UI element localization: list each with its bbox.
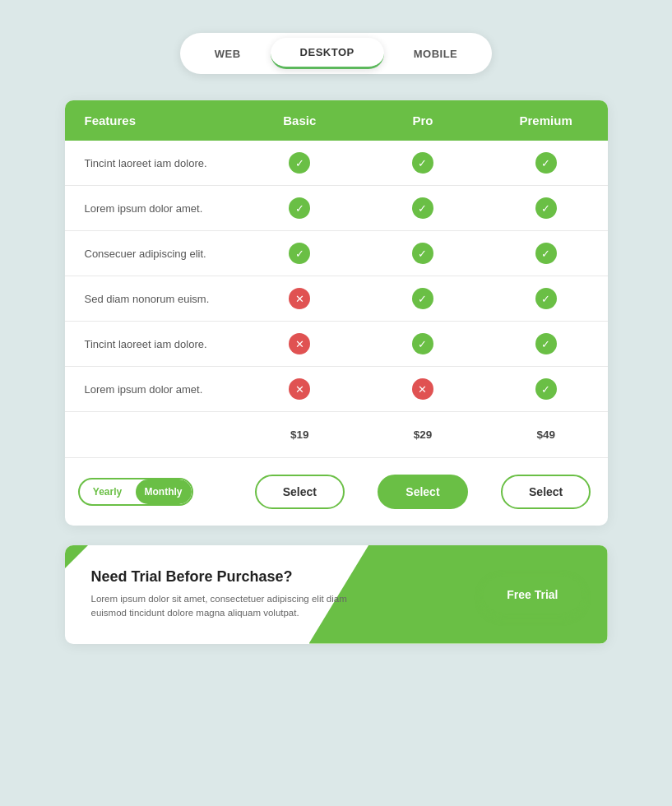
tab-desktop[interactable]: DESKTOP bbox=[271, 38, 384, 69]
col-header-pro: Pro bbox=[361, 100, 484, 141]
check-icon: ✓ bbox=[412, 288, 433, 309]
col-header-basic: Basic bbox=[238, 100, 361, 141]
check-icon: ✓ bbox=[412, 243, 433, 264]
pro-select-cell: Select bbox=[361, 458, 484, 526]
trial-banner-desc: Lorem ipsum dolor sit amet, consectetuer… bbox=[91, 592, 361, 621]
price-row-empty bbox=[65, 412, 239, 458]
basic-cell-4: ✕ bbox=[238, 322, 361, 367]
basic-cell-1: ✓ bbox=[238, 186, 361, 231]
table-row: Consecuer adipiscing elit.✓✓✓ bbox=[65, 231, 608, 276]
basic-cell-5: ✕ bbox=[238, 367, 361, 412]
corner-accent bbox=[65, 545, 88, 568]
pro-cell-5: ✕ bbox=[361, 367, 484, 412]
trial-banner-right: Free Trial bbox=[484, 577, 581, 613]
billing-toggle: YearlyMonthly bbox=[78, 478, 193, 506]
trial-banner: Need Trial Before Purchase? Lorem ipsum … bbox=[65, 545, 608, 644]
table-row: Lorem ipsum dolor amet.✓✓✓ bbox=[65, 186, 608, 231]
table-header-row: Features Basic Pro Premium bbox=[65, 100, 608, 141]
premium-cell-0: ✓ bbox=[484, 141, 608, 186]
col-header-features: Features bbox=[65, 100, 239, 141]
table-row: Tincint laoreet iam dolore.✕✓✓ bbox=[65, 322, 608, 367]
pricing-container: Features Basic Pro Premium Tincint laore… bbox=[65, 100, 608, 526]
check-icon: ✓ bbox=[412, 152, 433, 174]
basic-price: $19 bbox=[238, 412, 361, 458]
cross-icon: ✕ bbox=[289, 333, 310, 354]
pricing-table: Features Basic Pro Premium Tincint laore… bbox=[65, 100, 608, 526]
premium-cell-5: ✓ bbox=[484, 367, 608, 412]
toggle-yearly[interactable]: Yearly bbox=[80, 479, 136, 504]
pro-select-button[interactable]: Select bbox=[378, 475, 467, 509]
feature-cell: Lorem ipsum dolor amet. bbox=[65, 186, 239, 231]
pro-cell-3: ✓ bbox=[361, 276, 484, 322]
trial-banner-title: Need Trial Before Purchase? bbox=[91, 568, 361, 586]
check-icon: ✓ bbox=[289, 152, 310, 174]
table-row: Tincint laoreet iam dolore.✓✓✓ bbox=[65, 141, 608, 186]
premium-cell-4: ✓ bbox=[484, 322, 608, 367]
tab-switcher: WEB DESKTOP MOBILE bbox=[180, 33, 493, 74]
basic-cell-3: ✕ bbox=[238, 276, 361, 322]
check-icon: ✓ bbox=[412, 333, 433, 354]
premium-select-button[interactable]: Select bbox=[501, 475, 591, 509]
price-row: $19$29$49 bbox=[65, 412, 608, 458]
premium-price: $49 bbox=[484, 412, 608, 458]
check-icon: ✓ bbox=[535, 378, 557, 400]
cross-icon: ✕ bbox=[289, 378, 310, 400]
check-icon: ✓ bbox=[535, 243, 557, 264]
feature-cell: Consecuer adipiscing elit. bbox=[65, 231, 239, 276]
pro-cell-4: ✓ bbox=[361, 322, 484, 367]
feature-cell: Tincint laoreet iam dolore. bbox=[65, 141, 239, 186]
check-icon: ✓ bbox=[535, 288, 557, 309]
btn-row: YearlyMonthlySelectSelectSelect bbox=[65, 458, 608, 526]
pro-cell-2: ✓ bbox=[361, 231, 484, 276]
billing-toggle-cell: YearlyMonthly bbox=[65, 458, 239, 526]
tab-web[interactable]: WEB bbox=[185, 38, 271, 69]
trial-banner-content: Need Trial Before Purchase? Lorem ipsum … bbox=[91, 568, 361, 621]
check-icon: ✓ bbox=[535, 197, 557, 219]
premium-select-cell: Select bbox=[484, 458, 608, 526]
table-row: Lorem ipsum dolor amet.✕✕✓ bbox=[65, 367, 608, 412]
check-icon: ✓ bbox=[289, 197, 310, 219]
basic-cell-2: ✓ bbox=[238, 231, 361, 276]
check-icon: ✓ bbox=[535, 152, 557, 174]
feature-cell: Sed diam nonorum euism. bbox=[65, 276, 239, 322]
free-trial-button[interactable]: Free Trial bbox=[484, 577, 581, 613]
pro-price: $29 bbox=[361, 412, 484, 458]
col-header-premium: Premium bbox=[484, 100, 608, 141]
premium-cell-2: ✓ bbox=[484, 231, 608, 276]
pro-cell-1: ✓ bbox=[361, 186, 484, 231]
pro-cell-0: ✓ bbox=[361, 141, 484, 186]
check-icon: ✓ bbox=[535, 333, 557, 354]
premium-cell-1: ✓ bbox=[484, 186, 608, 231]
basic-select-button[interactable]: Select bbox=[255, 475, 345, 509]
basic-cell-0: ✓ bbox=[238, 141, 361, 186]
cross-icon: ✕ bbox=[412, 378, 433, 400]
toggle-monthly[interactable]: Monthly bbox=[136, 479, 192, 504]
cross-icon: ✕ bbox=[289, 288, 310, 309]
table-row: Sed diam nonorum euism.✕✓✓ bbox=[65, 276, 608, 322]
check-icon: ✓ bbox=[289, 243, 310, 264]
basic-select-cell: Select bbox=[238, 458, 361, 526]
check-icon: ✓ bbox=[412, 197, 433, 219]
premium-cell-3: ✓ bbox=[484, 276, 608, 322]
feature-cell: Tincint laoreet iam dolore. bbox=[65, 322, 239, 367]
tab-mobile[interactable]: MOBILE bbox=[384, 38, 488, 69]
feature-cell: Lorem ipsum dolor amet. bbox=[65, 367, 239, 412]
